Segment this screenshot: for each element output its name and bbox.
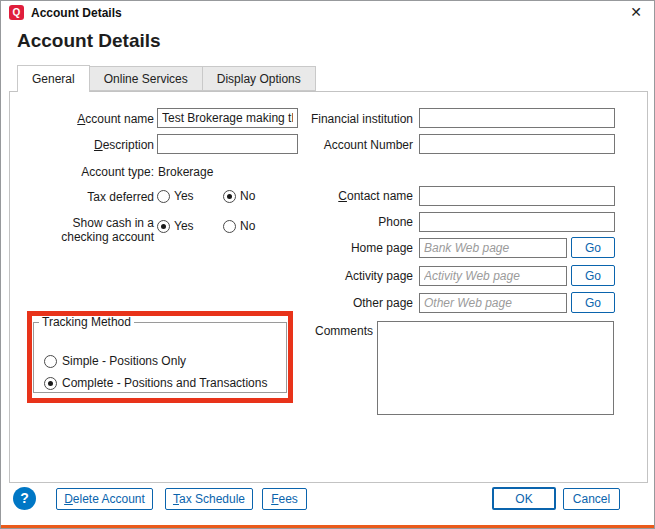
- account-name-label: Account name: [21, 112, 154, 126]
- show-cash-yes-label: Yes: [174, 219, 194, 233]
- tax-deferred-yes-label: Yes: [174, 189, 194, 203]
- account-number-label: Account Number: [291, 138, 413, 152]
- tab-online-services[interactable]: Online Services: [89, 66, 203, 91]
- tracking-complete-radio[interactable]: [44, 377, 57, 390]
- tax-deferred-label: Tax deferred: [21, 190, 154, 204]
- delete-account-button[interactable]: Delete Account: [56, 488, 153, 510]
- home-page-label: Home page: [291, 241, 413, 255]
- account-number-input[interactable]: [419, 134, 615, 154]
- comments-textarea[interactable]: [377, 321, 614, 415]
- tax-deferred-no-radio[interactable]: [223, 190, 236, 203]
- show-cash-yes-radio[interactable]: [157, 220, 170, 233]
- other-page-label: Other page: [291, 296, 413, 310]
- tax-schedule-button[interactable]: Tax Schedule: [165, 488, 253, 510]
- tab-bar: General Online Services Display Options: [17, 65, 316, 92]
- tracking-simple-label: Simple - Positions Only: [62, 354, 186, 368]
- financial-institution-input[interactable]: [419, 108, 615, 128]
- quicken-app-icon: Q: [9, 5, 24, 20]
- description-label: Description: [21, 138, 154, 152]
- tax-deferred-yes-radio[interactable]: [157, 190, 170, 203]
- tax-deferred-no-label: No: [240, 189, 255, 203]
- activity-page-go-button[interactable]: Go: [571, 265, 615, 286]
- comments-label: Comments: [281, 324, 373, 338]
- account-name-input[interactable]: [157, 108, 298, 128]
- contact-name-label: Contact name: [291, 189, 413, 203]
- tab-general[interactable]: General: [17, 65, 90, 92]
- cancel-button[interactable]: Cancel: [563, 488, 620, 510]
- tracking-complete-label: Complete - Positions and Transactions: [62, 376, 267, 390]
- home-page-go-button[interactable]: Go: [571, 237, 615, 258]
- financial-institution-label: Financial institution: [291, 112, 413, 126]
- contact-name-input[interactable]: [419, 186, 615, 206]
- phone-input[interactable]: [419, 212, 615, 232]
- bottom-orange-strip: [1, 525, 655, 529]
- activity-page-label: Activity page: [291, 269, 413, 283]
- account-details-dialog: Q Account Details ✕ Account Details Gene…: [0, 0, 655, 529]
- phone-label: Phone: [291, 215, 413, 229]
- home-page-input[interactable]: [419, 238, 567, 258]
- tracking-simple-radio[interactable]: [44, 355, 57, 368]
- other-page-input[interactable]: [419, 293, 567, 313]
- tracking-method-group: Tracking Method Simple - Positions Only …: [33, 315, 287, 393]
- account-type-label: Account type:: [21, 165, 154, 179]
- close-icon[interactable]: ✕: [630, 4, 642, 20]
- ok-button[interactable]: OK: [492, 487, 556, 510]
- show-cash-label-line1: Show cash in a: [73, 216, 154, 230]
- page-title: Account Details: [17, 30, 161, 52]
- show-cash-label: Show cash in a checking account: [21, 216, 154, 244]
- activity-page-input[interactable]: [419, 266, 567, 286]
- help-button[interactable]: ?: [13, 487, 36, 510]
- tracking-method-legend: Tracking Method: [39, 315, 134, 329]
- fees-button[interactable]: Fees: [262, 488, 307, 510]
- tab-display-options[interactable]: Display Options: [202, 66, 316, 91]
- window-title: Account Details: [31, 6, 122, 20]
- show-cash-no-label: No: [240, 219, 255, 233]
- show-cash-no-radio[interactable]: [223, 220, 236, 233]
- show-cash-label-line2: checking account: [61, 230, 154, 244]
- account-type-value: Brokerage: [158, 165, 213, 179]
- other-page-go-button[interactable]: Go: [571, 292, 615, 313]
- description-input[interactable]: [157, 134, 298, 154]
- titlebar: Q Account Details ✕: [1, 1, 654, 25]
